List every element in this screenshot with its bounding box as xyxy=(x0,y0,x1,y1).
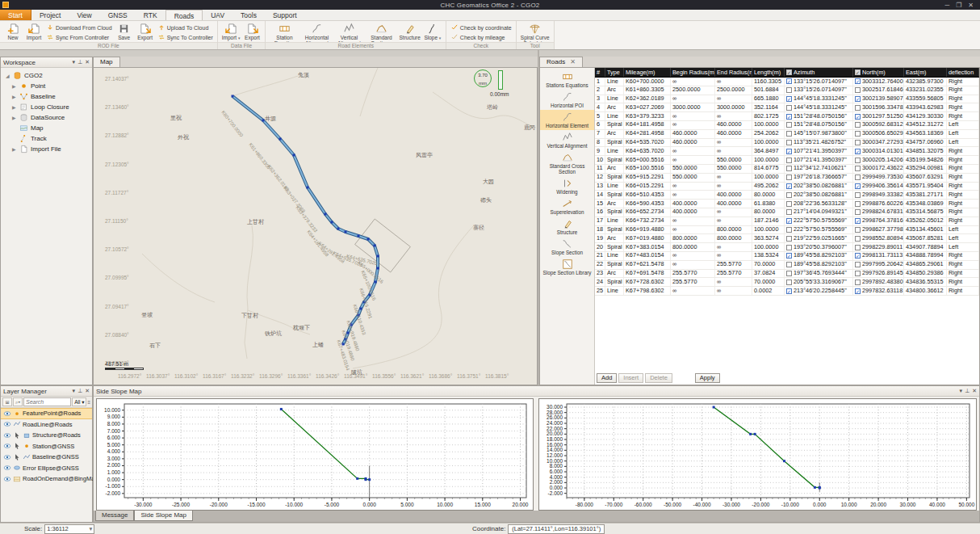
expand-icon[interactable]: ▶ xyxy=(12,146,19,152)
add-button[interactable]: Add xyxy=(597,373,617,383)
save-button[interactable]: Save xyxy=(114,22,135,41)
layer-station-gnss[interactable]: Station@GNSS xyxy=(1,441,92,452)
layer-error-ellipse-gnss[interactable]: Error Ellipse@GNSS xyxy=(1,463,92,474)
station-point[interactable] xyxy=(325,213,327,216)
row-checkbox[interactable]: ✓ xyxy=(855,253,861,259)
table-row[interactable]: 18SpiralK66+919.4880∞800.0000100.0000222… xyxy=(595,226,979,235)
row-checkbox[interactable]: ✓ xyxy=(855,96,861,102)
tree-item-datasource[interactable]: ▶DataSource xyxy=(1,112,92,123)
station-point[interactable] xyxy=(307,187,309,189)
table-row[interactable]: 8SpiralK64+535.7020460.0000∞100.0000113°… xyxy=(595,139,979,148)
side-slope-close-icon[interactable]: ✕ xyxy=(972,388,977,394)
row-checkbox[interactable] xyxy=(786,280,792,285)
row-checkbox[interactable]: ✓ xyxy=(786,288,792,294)
station-point[interactable] xyxy=(374,245,376,247)
tab-map[interactable]: Map xyxy=(93,57,120,67)
row-checkbox[interactable] xyxy=(786,174,792,180)
table-row[interactable]: 2ArcK61+860.33052500.00002500.0000501.68… xyxy=(595,86,979,95)
col-east-m[interactable]: East(m) xyxy=(904,68,947,77)
layer-featurepoint-roads[interactable]: FeaturePoint@Roads xyxy=(1,408,92,419)
row-checkbox[interactable] xyxy=(855,158,861,163)
layer-new-button[interactable]: ⊞ xyxy=(2,397,12,406)
row-checkbox[interactable]: ✓ xyxy=(855,218,861,224)
new-button[interactable]: New xyxy=(2,22,23,41)
row-checkbox[interactable] xyxy=(786,158,792,163)
row-checkbox[interactable]: ✓ xyxy=(786,253,792,259)
check-by-mileage-button[interactable]: Check by mileage xyxy=(450,33,512,41)
row-checkbox[interactable] xyxy=(855,192,861,198)
row-checkbox[interactable]: ✓ xyxy=(855,78,861,84)
apply-button[interactable]: Apply xyxy=(695,373,720,383)
row-checkbox[interactable] xyxy=(855,271,861,276)
table-row[interactable]: 6SpiralK64+181.4958∞460.0000100.0000151°… xyxy=(595,121,979,130)
station-point[interactable] xyxy=(377,255,379,258)
row-checkbox[interactable] xyxy=(855,236,861,242)
nav-horizontal-poi[interactable]: Horizontal POI xyxy=(540,90,594,110)
row-checkbox[interactable]: ✓ xyxy=(786,218,792,224)
table-row[interactable]: 9LineK64+635.7020∞∞364.8497✓107°21'41.39… xyxy=(595,147,979,156)
tree-item-map[interactable]: Map xyxy=(1,123,92,133)
row-checkbox[interactable]: ✓ xyxy=(786,78,792,84)
table-row[interactable]: 16SpiralK66+652.2734400.0000∞80.0000217°… xyxy=(595,208,979,217)
layer-roadondemand-bingmaps[interactable]: RoadOnDemand@BingMaps xyxy=(1,473,92,485)
station-point[interactable] xyxy=(337,228,340,230)
table-row[interactable]: 21LineK67+483.0154∞∞138.5324✓189°45'58.8… xyxy=(595,252,979,261)
table-row[interactable]: 3LineK62+362.0189∞∞665.1880✓144°45'18.33… xyxy=(595,95,979,104)
export-button[interactable]: Export xyxy=(241,22,262,41)
table-row[interactable]: 4ArcK63+027.20693000.00003000.0000352.11… xyxy=(595,103,979,112)
row-checkbox[interactable] xyxy=(855,87,861,93)
menu-roads[interactable]: Roads xyxy=(165,10,203,20)
row-checkbox[interactable] xyxy=(855,122,861,128)
table-row[interactable]: 1LineK60+700.0000∞∞1160.3305✓133°15'26.0… xyxy=(595,78,979,86)
col-north-m[interactable]: ✓North(m) xyxy=(853,68,904,77)
menu-uav[interactable]: UAV xyxy=(203,10,232,20)
nav-vertical-alignment[interactable]: Vertical Alignment xyxy=(540,130,594,150)
row-checkbox[interactable] xyxy=(786,209,792,215)
expand-icon[interactable]: ▶ xyxy=(12,115,19,120)
menu-project[interactable]: Project xyxy=(31,10,69,20)
nav-widening[interactable]: Widening xyxy=(540,176,594,196)
close-button[interactable]: ✕ xyxy=(968,2,974,9)
row-checkbox[interactable] xyxy=(786,131,792,137)
layer-overflow-button[interactable]: ≡ xyxy=(87,400,90,405)
table-row[interactable]: 11ArcK65+100.5516550.0000550.0000814.677… xyxy=(595,165,979,174)
table-row[interactable]: 19ArcK67+019.4880800.0000800.0000363.527… xyxy=(595,234,979,243)
search-input[interactable] xyxy=(23,397,71,406)
row-checkbox[interactable] xyxy=(855,105,861,111)
table-row[interactable]: 7ArcK64+281.4958460.0000460.0000254.2062… xyxy=(595,130,979,139)
station-point[interactable] xyxy=(375,281,377,284)
row-checkbox[interactable] xyxy=(786,166,792,171)
map-canvas[interactable]: 27.14037°27.13460°27.12882°27.12305°27.1… xyxy=(93,67,538,385)
nav-stations-equations[interactable]: Stations Equations xyxy=(540,69,594,90)
nav-slope-section[interactable]: Slope Section xyxy=(540,237,594,257)
col-mileage-m[interactable]: Mileage(m) xyxy=(624,68,671,77)
menu-tools[interactable]: Tools xyxy=(232,10,265,20)
row-checkbox[interactable] xyxy=(855,201,861,207)
row-checkbox[interactable]: ✓ xyxy=(786,114,792,120)
delete-button[interactable]: Delete xyxy=(645,373,672,383)
row-checkbox[interactable]: ✓ xyxy=(855,149,861,154)
row-checkbox[interactable] xyxy=(786,201,792,207)
tree-item-loop-closure[interactable]: ▶Loop Closure xyxy=(1,102,92,112)
menu-start[interactable]: Start xyxy=(0,10,31,20)
layer-manager-close-icon[interactable]: ✕ xyxy=(85,388,90,394)
layer-zoom-button[interactable]: ⌕▾ xyxy=(13,397,23,406)
nav-structure[interactable]: Structure xyxy=(540,217,594,237)
import-button[interactable]: Import ▾ xyxy=(220,22,242,41)
tree-item-track[interactable]: Track xyxy=(1,133,92,144)
row-checkbox[interactable]: ✓ xyxy=(786,149,792,154)
row-checkbox[interactable] xyxy=(786,140,792,145)
row-checkbox[interactable]: ✓ xyxy=(855,288,861,294)
col-deflection[interactable]: deflection xyxy=(947,68,979,77)
row-checkbox[interactable] xyxy=(855,209,861,215)
tab-message[interactable]: Message xyxy=(95,511,134,521)
table-row[interactable]: 15ArcK66+590.4353400.0000400.000061.8380… xyxy=(595,200,979,208)
table-row[interactable]: 20SpiralK67+383.0154800.0000∞100.0000193… xyxy=(595,243,979,252)
header-checkbox[interactable]: ✓ xyxy=(786,69,792,75)
row-checkbox[interactable] xyxy=(855,245,861,250)
row-checkbox[interactable] xyxy=(786,271,792,276)
table-row[interactable]: 12SpiralK65+915.2291550.0000∞100.0000197… xyxy=(595,174,979,183)
col-length-m[interactable]: Length(m) xyxy=(752,68,785,77)
header-checkbox[interactable]: ✓ xyxy=(855,69,861,75)
insert-button[interactable]: Insert xyxy=(618,373,643,383)
